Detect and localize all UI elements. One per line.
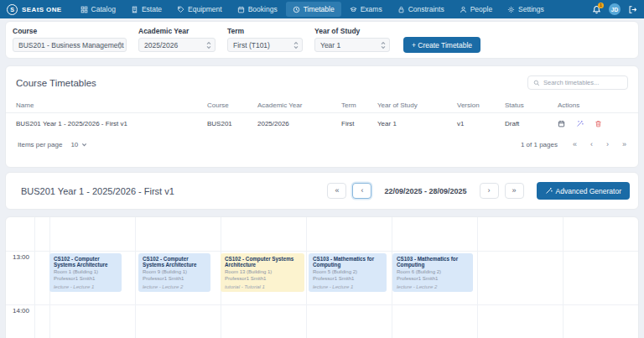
term-filter-label: Term: [227, 27, 303, 35]
nav-item-estate[interactable]: Estate: [124, 2, 169, 17]
table-header-row: Name Course Academic Year Term Year of S…: [6, 98, 638, 113]
event-staff: Professor1 Smith1: [54, 276, 117, 283]
event-room: Room 6 (Building 2): [397, 269, 469, 276]
event-room: Room 9 (Building 1): [143, 269, 206, 276]
logout-button[interactable]: [628, 5, 637, 14]
grid-line: [477, 217, 478, 338]
nav-label: Catalog: [91, 5, 116, 13]
grid-line: [6, 304, 638, 305]
nav-label: Settings: [518, 5, 544, 13]
col-actions: Actions: [558, 101, 638, 109]
status-badge: Draft: [505, 120, 558, 127]
advanced-generator-button[interactable]: Advanced Generator: [537, 182, 630, 200]
nav-label: Equipment: [188, 5, 222, 13]
nav-item-settings[interactable]: Settings: [501, 2, 551, 17]
next-page-button[interactable]: ›: [606, 141, 609, 148]
items-per-page-label: Items per page: [18, 141, 62, 148]
cell-name: BUS201 Year 1 - 2025/2026 - First v1: [16, 120, 207, 127]
exams-icon: [350, 6, 357, 13]
term-select-value: First (T101): [233, 41, 270, 49]
magic-wand-icon: [576, 120, 584, 127]
time-label: 14:00: [13, 307, 29, 315]
timetable-detail-header: BUS201 Year 1 - 2025/2026 - First v1 « ‹…: [5, 172, 639, 210]
nav-item-bookings[interactable]: Bookings: [231, 2, 284, 17]
event-staff: Professor1 Smith1: [225, 276, 300, 283]
bookings-icon: [237, 6, 245, 13]
grid-line: [306, 217, 307, 338]
timetable-event[interactable]: CS102 - Computer Systems Architecture Ro…: [49, 253, 122, 292]
first-page-button[interactable]: «: [573, 141, 577, 148]
constraints-icon: [397, 6, 405, 13]
event-title: CS102 - Computer Systems Architecture: [143, 256, 206, 268]
col-academic-year: Academic Year: [257, 101, 341, 109]
advanced-generator-label: Advanced Generator: [556, 187, 621, 195]
course-select[interactable]: BUS201 - Business Management: [13, 38, 127, 52]
grid-line: [6, 251, 638, 252]
grid-line: [135, 217, 136, 338]
people-icon: [460, 6, 467, 13]
cell-year-of-study: Year 1: [377, 120, 457, 127]
nav-label: Bookings: [248, 5, 278, 13]
items-per-page-select[interactable]: 10: [70, 141, 87, 148]
create-timetable-button[interactable]: + Create Timetable: [403, 37, 480, 53]
page-info: 1 of 1 pages: [521, 141, 558, 148]
nav-item-catalog[interactable]: Catalog: [74, 2, 122, 17]
table-row[interactable]: BUS201 Year 1 - 2025/2026 - First v1 BUS…: [6, 113, 638, 134]
trash-icon: [595, 120, 602, 127]
timetable-grid: 13:00 14:00 CS102 - Computer Systems Arc…: [5, 216, 639, 338]
nav-item-constraints[interactable]: Constraints: [391, 2, 451, 17]
brand-logo[interactable]: S SEAtS ONE: [7, 4, 62, 15]
open-timetable-button[interactable]: [558, 120, 565, 127]
week-date-range: 22/09/2025 - 28/09/2025: [384, 187, 466, 195]
next-week-button[interactable]: ›: [480, 183, 499, 199]
nav-item-exams[interactable]: Exams: [343, 2, 389, 17]
academic-year-select[interactable]: 2025/2026: [138, 38, 216, 52]
select-spinner-icon: [206, 41, 211, 49]
timetable-title: BUS201 Year 1 - 2025/2026 - First v1: [21, 186, 174, 196]
notifications-button[interactable]: 1: [592, 5, 601, 14]
timetable-event[interactable]: CS103 - Mathematics for Computing Room 6…: [392, 253, 473, 292]
col-year-of-study: Year of Study: [377, 101, 457, 109]
event-session: lecture - Lecture 1: [54, 284, 117, 291]
delete-timetable-button[interactable]: [595, 120, 602, 127]
catalog-icon: [80, 6, 88, 13]
previous-week-button[interactable]: ‹: [352, 183, 371, 199]
course-select-value: BUS201 - Business Management: [18, 41, 124, 49]
last-week-button[interactable]: »: [505, 183, 524, 199]
notification-badge: 1: [598, 3, 604, 8]
nav-label: Exams: [361, 5, 382, 13]
timetable-event[interactable]: CS102 - Computer Systems Architecture Ro…: [221, 253, 304, 292]
select-spinner-icon: [293, 41, 299, 49]
event-session: lecture - Lecture 2: [397, 284, 469, 291]
event-room: Room 1 (Building 1): [54, 269, 117, 276]
year-of-study-select[interactable]: Year 1: [314, 38, 390, 52]
cell-academic-year: 2025/2026: [257, 120, 341, 127]
last-page-button[interactable]: »: [622, 141, 626, 148]
event-title: CS102 - Computer Systems Architecture: [225, 256, 300, 268]
nav-item-equipment[interactable]: Equipment: [170, 2, 229, 17]
select-spinner-icon: [381, 41, 386, 49]
settings-icon: [507, 6, 515, 13]
first-week-button[interactable]: «: [327, 183, 346, 199]
estate-icon: [131, 6, 138, 13]
user-avatar[interactable]: JD: [609, 3, 621, 15]
event-title: CS103 - Mathematics for Computing: [313, 256, 382, 268]
generate-timetable-button[interactable]: [576, 120, 584, 127]
timetable-event[interactable]: CS102 - Computer Systems Architecture Ro…: [138, 253, 210, 292]
filters-panel: Course BUS201 - Business Management Acad…: [5, 21, 639, 59]
timetable-icon: [293, 6, 300, 13]
items-per-page-value: 10: [70, 141, 78, 148]
term-select[interactable]: First (T101): [227, 38, 303, 52]
nav-label: Constraints: [408, 5, 444, 13]
panel-title: Course Timetables: [16, 78, 96, 88]
nav-label: Estate: [142, 5, 162, 13]
col-name: Name: [16, 101, 207, 109]
previous-page-button[interactable]: ‹: [590, 141, 593, 148]
search-input[interactable]: [543, 79, 622, 86]
nav-item-timetable[interactable]: Timetable: [286, 2, 341, 17]
nav-item-people[interactable]: People: [453, 2, 499, 17]
event-staff: Professor1 Smith1: [143, 276, 206, 283]
top-navigation-bar: S SEAtS ONE Catalog Estate Equipment Boo…: [0, 0, 644, 18]
year-of-study-select-value: Year 1: [320, 41, 340, 49]
timetable-event[interactable]: CS103 - Mathematics for Computing Room 5…: [309, 253, 387, 292]
